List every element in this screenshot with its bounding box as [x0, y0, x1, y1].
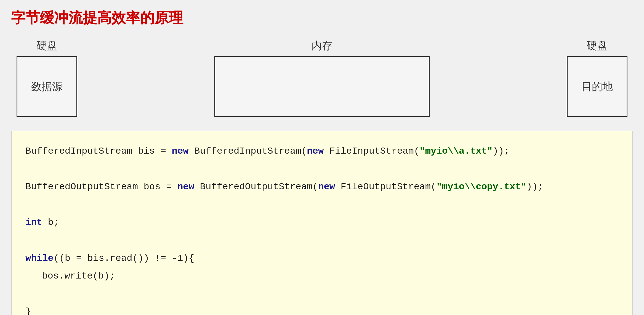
code-block: BufferedInputStream bis = new BufferedIn…	[11, 131, 633, 315]
center-label: 内存	[312, 39, 332, 53]
code-line-5: bos.write(b);	[25, 267, 619, 285]
code-line-blank-1	[25, 160, 619, 178]
kw-int: int	[25, 217, 42, 228]
code-line-4: while((b = bis.read()) != -1){	[25, 250, 619, 267]
source-box: 数据源	[17, 56, 77, 117]
left-label: 硬盘	[36, 39, 57, 53]
diagram-section: 硬盘 数据源 内存 硬盘 目的地	[11, 39, 633, 117]
center-column: 内存	[214, 39, 430, 117]
dest-box: 目的地	[567, 56, 627, 117]
kw-new-2: new	[307, 146, 324, 156]
kw-new-4: new	[318, 182, 335, 192]
str-2: "myio\\copy.txt"	[436, 182, 526, 192]
code-while-cond: ((b = bis.read()) != -1){	[54, 253, 194, 264]
left-column: 硬盘 数据源	[17, 39, 77, 117]
code-line-blank-3	[25, 232, 619, 250]
code-line-3: int b;	[25, 214, 619, 232]
page-title: 字节缓冲流提高效率的原理	[11, 8, 633, 28]
str-1: "myio\\a.txt"	[419, 146, 493, 156]
right-label: 硬盘	[587, 39, 608, 53]
code-line-6: }	[25, 303, 619, 315]
code-int-b: b;	[42, 217, 59, 228]
memory-box	[214, 56, 430, 117]
kw-while: while	[25, 253, 54, 264]
kw-new-1: new	[172, 146, 189, 156]
kw-new-3: new	[177, 182, 194, 192]
code-line-blank-4	[25, 285, 619, 303]
code-line-blank-2	[25, 196, 619, 214]
code-line-2: BufferedOutputStream bos = new BufferedO…	[25, 178, 619, 196]
code-line-1: BufferedInputStream bis = new BufferedIn…	[25, 142, 619, 160]
right-column: 硬盘 目的地	[567, 39, 627, 117]
